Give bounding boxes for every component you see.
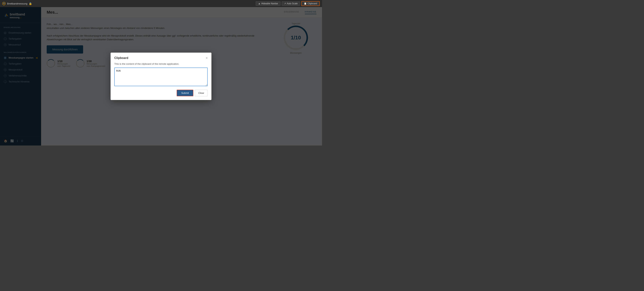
clipboard-modal: Clipboard × This is the content of the c…	[110, 53, 212, 100]
hideable-navbar-button[interactable]: ▲ Hideable Navbar	[256, 1, 280, 6]
submit-button[interactable]: Submit	[177, 90, 193, 96]
modal-description: This is the content of the clipboard of …	[114, 62, 208, 65]
modal-close-button[interactable]: ×	[206, 56, 208, 60]
top-navbar: Breitbandmessung 🔒 ▲ Hideable Navbar ↗ A…	[0, 0, 322, 7]
main-area: breitband messung ||| EINZELMESSUNG ▶ Ei…	[0, 7, 322, 145]
clipboard-label: Clipboard	[308, 2, 317, 5]
autoscale-label: Auto Scale	[287, 2, 298, 5]
app-title: Breitbandmessung	[7, 2, 27, 5]
hideable-icon: ▲	[258, 2, 260, 5]
navbar-left: Breitbandmessung 🔒	[2, 2, 32, 5]
navbar-right: ▲ Hideable Navbar ↗ Auto Scale 📋 Clipboa…	[256, 1, 320, 6]
clipboard-icon: 📋	[304, 2, 307, 5]
modal-title: Clipboard	[114, 56, 128, 60]
clipboard-textarea[interactable]: RUN	[114, 67, 208, 86]
autoscale-button[interactable]: ↗ Auto Scale	[282, 1, 300, 6]
modal-footer: Submit Clear	[114, 90, 208, 96]
clear-button[interactable]: Clear	[195, 90, 208, 96]
hideable-label: Hideable Navbar	[261, 2, 278, 5]
modal-header: Clipboard ×	[114, 56, 208, 60]
lock-icon: 🔒	[29, 2, 32, 5]
autoscale-icon: ↗	[284, 2, 286, 5]
app-logo-icon	[2, 2, 6, 5]
clipboard-button[interactable]: 📋 Clipboard	[301, 1, 320, 6]
